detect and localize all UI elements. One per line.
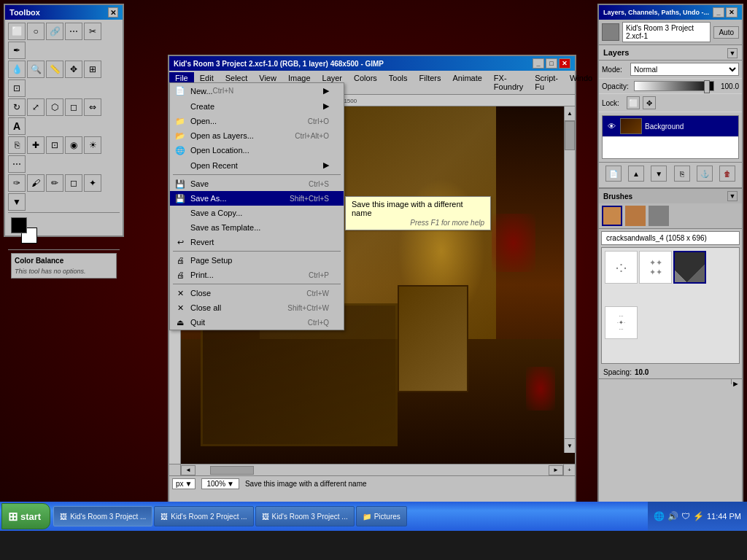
rotate-tool[interactable]: ↻	[8, 98, 26, 116]
auto-button[interactable]: Auto	[713, 26, 739, 39]
unit-selector[interactable]: px ▼	[172, 478, 196, 489]
flip-tool[interactable]: ⇔	[84, 98, 101, 116]
brush-color-3[interactable]	[649, 206, 669, 226]
brush-item-4[interactable]: ····✦····	[605, 306, 638, 339]
ink-tool[interactable]: ✑	[8, 174, 26, 192]
raise-layer-button[interactable]: ▲	[628, 166, 644, 182]
taskbar-task-2[interactable]: 🖼 Kid's Room 2 Project ...	[154, 506, 253, 526]
fg-bg-color-display[interactable]	[11, 217, 44, 245]
menu-item-create[interactable]: Create ▶	[170, 98, 344, 114]
lower-layer-button[interactable]: ▼	[651, 166, 667, 182]
start-button[interactable]: ⊞ start	[1, 503, 50, 529]
brushes-scrollbar[interactable]: ►	[599, 378, 742, 384]
menu-item-close[interactable]: ✕ Close Ctrl+W	[170, 286, 344, 300]
brush-color-1[interactable]	[602, 206, 622, 226]
layers-minimize-btn[interactable]: _	[713, 7, 724, 18]
scroll-up-button[interactable]: ▲	[565, 106, 575, 121]
brushes-scroll-right[interactable]: ►	[731, 379, 742, 384]
menu-item-open-as-layers[interactable]: 📂 Open as Layers... Ctrl+Alt+O	[170, 128, 344, 143]
menu-item-close-all[interactable]: ✕ Close all Shift+Ctrl+W	[170, 300, 344, 315]
airbrush-tool[interactable]: ✦	[84, 174, 101, 192]
brush-item-2[interactable]: ✦✦✦✦	[639, 251, 672, 284]
heal-tool[interactable]: ✚	[27, 136, 44, 154]
blur-tool[interactable]: ◉	[65, 136, 82, 154]
scale-tool[interactable]: ⤢	[27, 98, 44, 116]
move-tool[interactable]: ✥	[65, 61, 82, 78]
delete-layer-button[interactable]: 🗑	[719, 166, 735, 182]
new-layer-button[interactable]: 📄	[605, 166, 622, 182]
scroll-right-button[interactable]: ►	[549, 465, 563, 475]
menu-fx-foundry[interactable]: FX-Foundry	[488, 72, 529, 93]
duplicate-layer-button[interactable]: ⎘	[674, 166, 690, 182]
opacity-slider[interactable]	[634, 81, 714, 91]
pencil-tool[interactable]: ✏	[46, 174, 63, 192]
toolbox-close-button[interactable]: ✕	[108, 7, 118, 18]
fuzzy-select-tool[interactable]: ⋯	[65, 23, 82, 40]
menu-item-open-recent[interactable]: Open Recent ▶	[170, 158, 344, 173]
ellipse-select-tool[interactable]: ○	[27, 23, 44, 40]
menu-animate[interactable]: Animate	[446, 72, 487, 93]
lock-pixels-btn[interactable]: ⬜	[627, 96, 640, 109]
opacity-thumb[interactable]	[704, 80, 710, 93]
anchor-layer-button[interactable]: ⚓	[697, 166, 713, 182]
perspective-clone-tool[interactable]: ⊡	[46, 136, 63, 154]
menu-item-save-copy[interactable]: Save a Copy...	[170, 206, 344, 220]
unit-dropdown-arrow[interactable]: ▼	[185, 480, 193, 488]
clone-tool[interactable]: ⎘	[8, 136, 26, 154]
menu-item-new[interactable]: 📄 New... Ctrl+N ▶	[170, 83, 344, 98]
volume-tray-icon[interactable]: 🔊	[667, 511, 678, 521]
scroll-down-button[interactable]: ▼	[565, 438, 575, 453]
menu-script-fu[interactable]: Script-Fu	[529, 72, 564, 93]
minimize-button[interactable]: _	[533, 58, 544, 69]
color-picker-tool[interactable]: 💧	[8, 61, 26, 78]
image-name-display[interactable]: Kid's Room 3 Project 2.xcf-1	[622, 22, 711, 42]
menu-item-page-setup[interactable]: 🖨 Page Setup	[170, 253, 344, 268]
scissors-tool[interactable]: ✂	[84, 23, 101, 40]
menu-item-save-template[interactable]: Save as Template...	[170, 220, 344, 235]
brush-item-1[interactable]: ·:·	[605, 251, 638, 284]
menu-colors[interactable]: Colors	[348, 72, 383, 93]
paths-tool[interactable]: ✒	[8, 42, 26, 59]
layers-close-btn[interactable]: ✕	[726, 7, 738, 18]
maximize-button[interactable]: □	[546, 58, 557, 69]
perspective-tool[interactable]: ◻	[65, 98, 82, 116]
zoom-corner[interactable]: +	[563, 464, 575, 475]
fill-tool[interactable]: ▼	[8, 193, 26, 211]
brushes-expand-btn[interactable]: ▼	[727, 191, 738, 201]
smudge-tool[interactable]: ⋯	[8, 155, 26, 173]
scroll-thumb-v[interactable]	[565, 121, 575, 150]
scroll-thumb-h[interactable]	[210, 466, 254, 475]
taskbar-task-4[interactable]: 📁 Pictures	[356, 506, 407, 526]
menu-tools[interactable]: Tools	[383, 72, 414, 93]
paintbrush-tool[interactable]: 🖌	[27, 174, 44, 192]
security-tray-icon[interactable]: 🛡	[681, 511, 690, 521]
lock-position-btn[interactable]: ✥	[643, 96, 656, 109]
eraser-tool[interactable]: ◻	[65, 174, 82, 192]
dodge-burn-tool[interactable]: ☀	[84, 136, 101, 154]
menu-item-save[interactable]: 💾 Save Ctrl+S	[170, 176, 344, 191]
layer-background[interactable]: 👁 Background	[603, 116, 738, 137]
menu-filters[interactable]: Filters	[414, 72, 447, 93]
system-clock[interactable]: 11:44 PM	[707, 512, 741, 521]
crop-tool[interactable]: ⊡	[8, 79, 26, 97]
vertical-scrollbar[interactable]: ▲ ▼	[564, 106, 575, 453]
zoom-selector[interactable]: 100% ▼	[201, 478, 239, 489]
shear-tool[interactable]: ⬡	[46, 98, 63, 116]
horizontal-scrollbar[interactable]: ◄ ►	[181, 464, 563, 475]
taskbar-task-3[interactable]: 🖼 Kid's Room 3 Project ...	[255, 506, 355, 526]
scroll-left-button[interactable]: ◄	[181, 465, 196, 475]
alignment-tool[interactable]: ⊞	[84, 61, 101, 78]
close-button[interactable]: ✕	[559, 58, 570, 69]
menu-windo[interactable]: Windo	[564, 72, 598, 93]
menu-item-open-location[interactable]: 🌐 Open Location...	[170, 143, 344, 158]
text-tool[interactable]: A	[8, 117, 26, 135]
menu-item-print[interactable]: 🖨 Print... Ctrl+P	[170, 268, 344, 282]
foreground-color-swatch[interactable]	[11, 217, 27, 233]
zoom-tool[interactable]: 🔍	[27, 61, 44, 78]
free-select-tool[interactable]: 🔗	[46, 23, 63, 40]
brush-color-2[interactable]	[625, 206, 646, 226]
taskbar-task-1[interactable]: 🖼 Kid's Room 3 Project ...	[53, 506, 152, 526]
network-tray-icon[interactable]: 🌐	[654, 511, 665, 521]
zoom-dropdown-arrow[interactable]: ▼	[227, 480, 234, 488]
layers-expand-btn[interactable]: ▼	[727, 48, 738, 58]
